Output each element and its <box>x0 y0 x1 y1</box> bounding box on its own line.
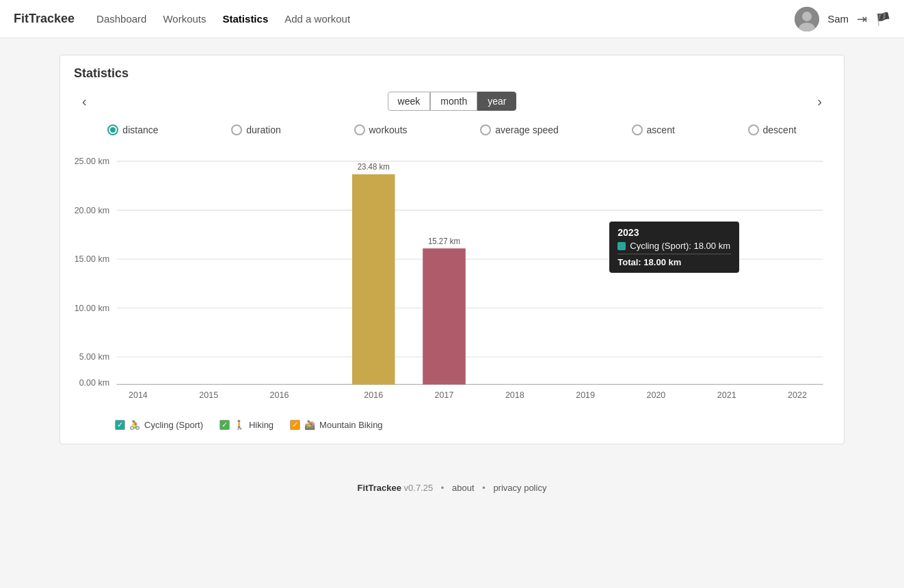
footer-dot-1: • <box>441 483 444 493</box>
nav-statistics[interactable]: Statistics <box>223 10 269 27</box>
svg-text:0.00 km: 0.00 km <box>79 377 110 388</box>
radio-duration <box>231 124 242 135</box>
svg-text:2018: 2018 <box>505 390 524 401</box>
svg-text:2014: 2014 <box>129 390 148 401</box>
footer: FitTrackee v0.7.25 • about • privacy pol… <box>0 461 904 515</box>
period-month-button[interactable]: month <box>430 92 477 111</box>
legend-mountain-biking-label: Mountain Biking <box>319 420 383 430</box>
svg-text:25.00 km: 25.00 km <box>75 156 109 167</box>
nav-dashboard[interactable]: Dashboard <box>96 10 146 27</box>
legend-checkbox-cycling: ✓ <box>115 420 125 430</box>
svg-text:2019: 2019 <box>576 390 595 401</box>
svg-text:20.00 km: 20.00 km <box>75 204 109 215</box>
metric-average-speed[interactable]: average speed <box>480 124 559 135</box>
svg-point-1 <box>802 12 812 21</box>
radio-ascent <box>632 124 643 135</box>
metric-ascent[interactable]: ascent <box>632 124 675 135</box>
legend-mountain-biking-icon: 🚵 <box>304 420 315 430</box>
footer-version: v0.7.25 <box>404 483 434 493</box>
chart-svg: 25.00 km 20.00 km 15.00 km 10.00 km 5.00… <box>74 149 830 409</box>
svg-text:2021: 2021 <box>717 390 736 401</box>
statistics-card: Statistics ‹ week month year › distance … <box>59 55 845 444</box>
legend-mountain-biking[interactable]: ✓ 🚵 Mountain Biking <box>290 420 383 430</box>
svg-text:2016: 2016 <box>364 390 383 401</box>
legend-cycling-label: Cycling (Sport) <box>144 420 203 430</box>
username: Sam <box>827 13 849 25</box>
svg-text:10.00 km: 10.00 km <box>75 303 109 314</box>
brand-logo: FitTrackee <box>14 12 75 26</box>
period-buttons: week month year <box>388 92 517 111</box>
svg-text:2022: 2022 <box>788 390 807 401</box>
legend-cycling-sport[interactable]: ✓ 🚴 Cycling (Sport) <box>115 420 203 430</box>
radio-workouts <box>354 124 365 135</box>
radio-average-speed <box>480 124 491 135</box>
metric-workouts[interactable]: workouts <box>354 124 408 135</box>
footer-dot-2: • <box>482 483 486 493</box>
chart-container: 25.00 km 20.00 km 15.00 km 10.00 km 5.00… <box>74 149 830 409</box>
bar-2017[interactable] <box>423 248 466 384</box>
legend-hiking[interactable]: ✓ 🚶 Hiking <box>220 420 274 430</box>
period-year-button[interactable]: year <box>477 92 516 111</box>
main-content: Statistics ‹ week month year › distance … <box>49 55 855 444</box>
nav-add-workout[interactable]: Add a workout <box>284 10 350 27</box>
navbar-right: Sam ⇥ 🏴 <box>795 7 890 31</box>
metric-distance[interactable]: distance <box>107 124 158 135</box>
flag-icon[interactable]: 🏴 <box>875 12 890 27</box>
legend-checkbox-hiking: ✓ <box>220 420 230 430</box>
footer-privacy-link[interactable]: privacy policy <box>493 483 546 493</box>
svg-text:15.00 km: 15.00 km <box>75 254 109 265</box>
svg-text:23.48 km: 23.48 km <box>358 162 390 172</box>
legend-checkbox-mountain-biking: ✓ <box>290 420 300 430</box>
bar-2016[interactable] <box>352 174 395 384</box>
svg-text:2015: 2015 <box>199 390 218 401</box>
svg-text:2020: 2020 <box>646 390 665 401</box>
metric-duration[interactable]: duration <box>231 124 281 135</box>
metrics-row: distance duration workouts average speed… <box>74 124 830 135</box>
legend-cycling-icon: 🚴 <box>129 420 140 430</box>
radio-descent <box>748 124 759 135</box>
radio-distance <box>107 124 118 135</box>
nav-workouts[interactable]: Workouts <box>163 10 206 27</box>
svg-text:5.00 km: 5.00 km <box>79 351 110 362</box>
metric-descent[interactable]: descent <box>748 124 797 135</box>
logout-icon[interactable]: ⇥ <box>857 12 867 27</box>
page-title: Statistics <box>74 66 830 81</box>
footer-brand: FitTrackee <box>358 483 401 493</box>
period-next-button[interactable]: › <box>809 91 830 112</box>
period-prev-button[interactable]: ‹ <box>74 91 95 112</box>
svg-text:2016: 2016 <box>270 390 289 401</box>
period-week-button[interactable]: week <box>388 92 431 111</box>
svg-text:15.27 km: 15.27 km <box>428 236 460 245</box>
svg-text:2017: 2017 <box>435 390 454 401</box>
legend-hiking-icon: 🚶 <box>234 420 245 430</box>
period-selector: ‹ week month year › <box>74 92 830 111</box>
legend-row: ✓ 🚴 Cycling (Sport) ✓ 🚶 Hiking ✓ 🚵 Mount… <box>74 420 830 430</box>
legend-hiking-label: Hiking <box>249 420 274 430</box>
footer-about-link[interactable]: about <box>452 483 475 493</box>
avatar[interactable] <box>795 7 819 31</box>
navbar: FitTrackee Dashboard Workouts Statistics… <box>0 0 904 38</box>
